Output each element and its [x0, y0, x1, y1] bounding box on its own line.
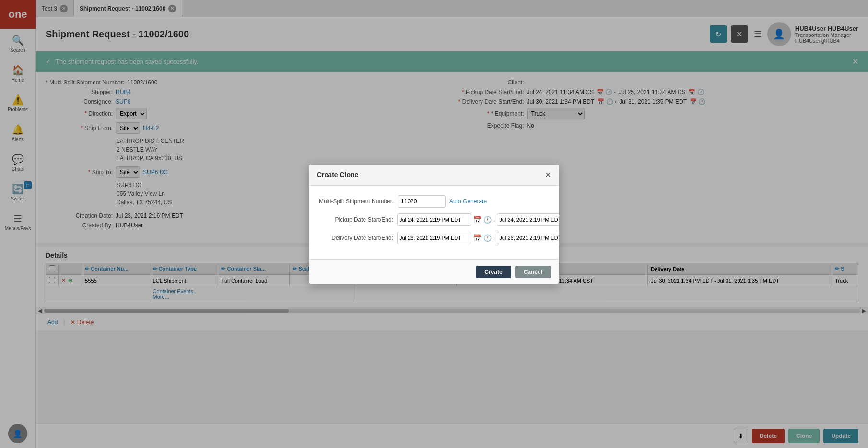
modal-pickup-start-calendar[interactable]: 📅: [473, 216, 481, 224]
modal-delivery-start-input[interactable]: [397, 232, 471, 244]
modal-footer: Create Cancel: [309, 259, 559, 284]
modal-pickup-start-clock[interactable]: 🕐: [483, 216, 492, 224]
modal-cancel-button[interactable]: Cancel: [515, 266, 551, 278]
modal-body: Multi-Split Shipment Number: Auto Genera…: [309, 186, 559, 259]
modal-auto-generate-link[interactable]: Auto Generate: [449, 198, 487, 205]
modal-delivery-start-calendar[interactable]: 📅: [473, 234, 481, 242]
modal-header: Create Clone ✕: [309, 165, 559, 186]
modal-field-pickup: Pickup Date Start/End: 📅 🕐 · 📅 🕐: [319, 213, 549, 226]
modal-pickup-start-input[interactable]: [397, 213, 471, 226]
modal-overlay: Create Clone ✕ Multi-Split Shipment Numb…: [0, 0, 868, 448]
modal-title: Create Clone: [317, 171, 358, 178]
modal-close-button[interactable]: ✕: [545, 170, 551, 179]
modal-pickup-end-input[interactable]: [497, 213, 559, 226]
modal-delivery-end-input[interactable]: [497, 232, 559, 244]
modal-delivery-date-group: 📅 🕐 · 📅 🕐: [397, 232, 559, 244]
create-clone-modal: Create Clone ✕ Multi-Split Shipment Numb…: [309, 165, 559, 284]
modal-multi-split-input[interactable]: [398, 195, 446, 208]
modal-create-button[interactable]: Create: [476, 266, 511, 278]
modal-multi-split-label: Multi-Split Shipment Number:: [319, 198, 394, 205]
modal-pickup-date-group: 📅 🕐 · 📅 🕐: [397, 213, 559, 226]
modal-pickup-label: Pickup Date Start/End:: [319, 216, 393, 223]
modal-field-delivery: Delivery Date Start/End: 📅 🕐 · 📅 🕐: [319, 232, 549, 244]
modal-field-multi-split: Multi-Split Shipment Number: Auto Genera…: [319, 195, 549, 208]
modal-delivery-start-clock[interactable]: 🕐: [483, 234, 492, 242]
modal-delivery-label: Delivery Date Start/End:: [319, 235, 393, 241]
